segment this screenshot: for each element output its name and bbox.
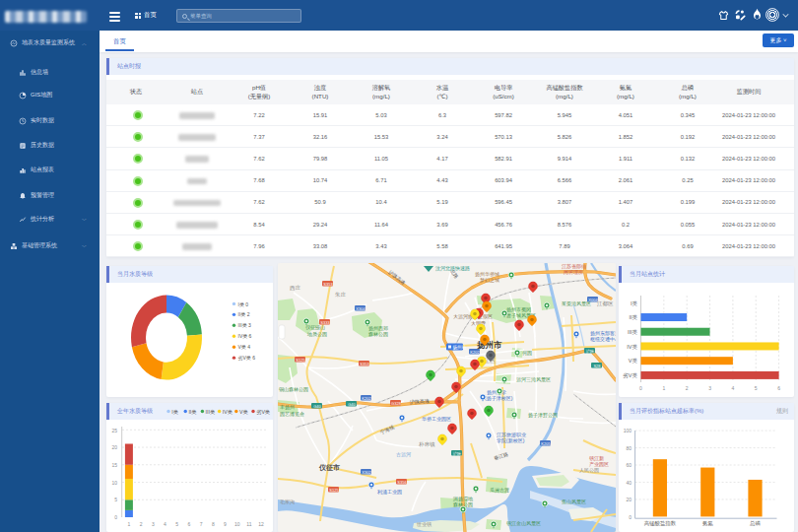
svg-text:朱庄: 朱庄 xyxy=(335,292,347,298)
svg-text:K202: K202 xyxy=(470,350,480,355)
svg-text:(扬子津校区): (扬子津校区) xyxy=(485,395,513,402)
svg-text:X304: X304 xyxy=(356,306,366,311)
svg-text:G40: G40 xyxy=(348,402,356,407)
svg-text:地质公园: 地质公园 xyxy=(306,331,327,338)
svg-text:华侨工业园区: 华侨工业园区 xyxy=(422,416,451,423)
svg-text:产业园区: 产业园区 xyxy=(589,461,609,468)
svg-text:西庄: 西庄 xyxy=(290,285,301,292)
svg-text:S28: S28 xyxy=(593,364,601,368)
svg-text:仪征市: 仪征市 xyxy=(318,463,340,472)
svg-text:运河三湾风景区: 运河三湾风景区 xyxy=(516,376,551,383)
svg-text:K205: K205 xyxy=(541,441,551,446)
svg-text:S353: S353 xyxy=(323,282,333,287)
svg-text:S356: S356 xyxy=(397,480,407,485)
svg-text:仪征捺山: 仪征捺山 xyxy=(305,324,325,331)
svg-text:森林公园: 森林公园 xyxy=(368,331,388,338)
svg-text:梦幻之城: 梦幻之城 xyxy=(480,277,499,284)
svg-text:何园: 何园 xyxy=(522,350,532,357)
svg-text:扬州市: 扬州市 xyxy=(476,340,502,350)
svg-text:枢纽交通中心: 枢纽交通中心 xyxy=(590,336,616,342)
svg-text:S125: S125 xyxy=(329,488,339,493)
svg-text:扬子津野公园: 扬子津野公园 xyxy=(528,412,558,419)
svg-text:S353: S353 xyxy=(360,362,369,366)
svg-text:X302: X302 xyxy=(362,470,371,475)
svg-text:毛家沟: 毛家沟 xyxy=(280,499,295,505)
svg-text:铜山森林公园: 铜山森林公园 xyxy=(279,386,308,393)
svg-text:沪陕: 沪陕 xyxy=(452,451,461,456)
svg-text:人民公园: 人民公园 xyxy=(579,467,599,474)
svg-text:焦山风景区: 焦山风景区 xyxy=(562,499,586,504)
svg-text:镇江金山风景区: 镇江金山风景区 xyxy=(506,520,541,527)
svg-text:利涌工业园: 利涌工业园 xyxy=(377,489,402,496)
svg-text:古运河: 古运河 xyxy=(396,451,411,458)
svg-text:瓜洲古渡: 瓜洲古渡 xyxy=(490,487,509,494)
svg-text:汶河北路快速路: 汶河北路快速路 xyxy=(435,265,470,272)
svg-text:园艺博览会: 园艺博览会 xyxy=(280,411,304,418)
svg-text:沪陕: 沪陕 xyxy=(585,349,594,354)
svg-text:朴席镇: 朴席镇 xyxy=(418,441,435,447)
svg-text:G40: G40 xyxy=(313,404,321,409)
svg-text:学院(新校区): 学院(新校区) xyxy=(497,437,525,444)
svg-text:丰扬州: 丰扬州 xyxy=(280,404,295,411)
svg-text:江都区: 江都区 xyxy=(597,300,614,307)
svg-text:茱萸湾风景区: 茱萸湾风景区 xyxy=(562,300,591,307)
svg-text:闸管理所: 闸管理所 xyxy=(564,269,583,276)
svg-text:世业镇: 世业镇 xyxy=(416,521,432,527)
svg-text:K202: K202 xyxy=(362,396,371,401)
svg-text:G328: G328 xyxy=(391,401,402,406)
svg-text:S125: S125 xyxy=(296,358,305,363)
